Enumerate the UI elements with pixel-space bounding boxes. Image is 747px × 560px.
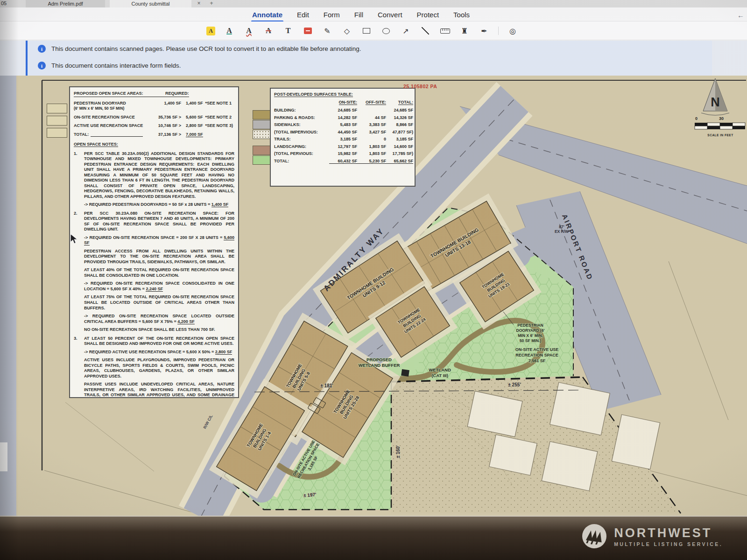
note-1: 1. PER SCC TABLE 30.23A.050(2) ADDITIONA… xyxy=(74,151,234,208)
svg-text:EX R/W: EX R/W xyxy=(555,229,569,234)
permit-stamp: 25 105802 PA xyxy=(403,84,437,89)
dim-160: ± 160' xyxy=(395,445,401,458)
table-row: (TOTAL PERVIOUS:15,982 SF1,803 SF17,785 … xyxy=(274,151,411,156)
svg-text:30: 30 xyxy=(719,116,724,121)
table-row: LANDSCAPING:12,797 SF1,803 SF14,600 SF xyxy=(274,144,411,149)
surfaces-panel: POST-DEVELOPED SURFACES TABLE: ON-SITE: … xyxy=(270,88,416,187)
monitor-bezel: NORTHWEST MULTIPLE LISTING SERVICE. xyxy=(0,516,747,560)
table-row: BUILDING:24,685 SF24,685 SF xyxy=(274,108,411,112)
svg-text:WETLAND BUFFER: WETLAND BUFFER xyxy=(359,363,400,368)
wetland-label: WETLAND xyxy=(429,367,451,372)
legend-trail-swatch xyxy=(253,146,272,155)
table-row: ON-SITE RECREATION SPACE 35,736 SF > 5,6… xyxy=(74,115,234,120)
table-row-total: TOTAL:60,432 SF5,230 SF65,662 SF xyxy=(274,159,411,164)
legend-swatch xyxy=(47,116,67,126)
table-row: PARKING & ROADS:14,282 SF44 SF14,326 SF xyxy=(274,115,411,120)
wetland-marker xyxy=(401,369,409,377)
svg-text:DOORYARD (6': DOORYARD (6' xyxy=(516,328,544,333)
open-space-panel: PROPOSED OPEN SPACE AREAS: REQUIRED: PED… xyxy=(69,86,239,398)
app-window: 05 Adm Prelim.pdf County submittal × + A… xyxy=(0,0,747,560)
legend-swatch xyxy=(47,104,67,113)
open-space-title: PROPOSED OPEN SPACE AREAS: xyxy=(74,91,165,97)
surfaces-title: POST-DEVELOPED SURFACES TABLE: xyxy=(274,92,353,97)
dim-181: ± 181' xyxy=(320,383,333,388)
svg-text:7,561 SF: 7,561 SF xyxy=(529,358,546,363)
surfaces-legend-swatches xyxy=(253,110,272,165)
table-row: (TOTAL IMPERVIOUS:44,450 SF3,427 SF47,87… xyxy=(274,130,411,134)
legend-swatch xyxy=(47,128,67,138)
mouse-cursor xyxy=(69,233,79,245)
legend-sidewalk-swatch xyxy=(253,130,272,139)
svg-text:(CAT III): (CAT III) xyxy=(431,373,448,378)
open-space-legend-swatches xyxy=(47,104,67,138)
svg-text:SCALE IN FEET: SCALE IN FEET xyxy=(707,133,733,137)
legend-landscaping-swatch xyxy=(253,155,272,165)
table-row: TRAILS:3,185 SF03,185 SF xyxy=(274,137,411,141)
nwmls-logo-icon xyxy=(581,523,607,549)
note-3: 3. AT LEAST 50 PERCENT OF THE ON-SITE RE… xyxy=(74,336,234,398)
svg-text:RECREATION SPACE: RECREATION SPACE xyxy=(515,353,558,357)
watermark-name: NORTHWEST xyxy=(614,526,723,540)
watermark-tagline: MULTIPLE LISTING SERVICE. xyxy=(614,541,723,547)
dooryard-callout: PEDESTRIAN xyxy=(517,323,543,328)
dim-255: ± 255' xyxy=(508,382,521,387)
svg-text:N: N xyxy=(711,95,720,109)
legend-building-swatch xyxy=(253,110,272,119)
table-row: ACTIVE USE RECREATION SPACE 10,746 SF > … xyxy=(74,123,234,129)
recreation-7561-label: ON-SITE ACTIVE USE xyxy=(515,347,559,352)
note-2: 2. PER SCC 30.23A.080 ON-SITE RECREATION… xyxy=(74,211,234,333)
required-header: REQUIRED: xyxy=(165,91,189,97)
wetland-buffer-label: PROPOSED xyxy=(366,357,392,362)
legend-parking-swatch xyxy=(253,120,272,129)
svg-text:50 SF MIN.): 50 SF MIN.) xyxy=(520,338,541,343)
table-row-total: TOTAL: 37,136 SF > 7,000 SF xyxy=(74,132,234,138)
dim-197: ± 197' xyxy=(303,492,317,498)
nwmls-watermark: NORTHWEST MULTIPLE LISTING SERVICE. xyxy=(581,523,723,549)
notes-title: OPEN SPACE NOTES: xyxy=(74,142,118,147)
table-row: PEDESTRIAN DOORYARD(6' MIN x 6' MIN, 50 … xyxy=(74,101,234,112)
table-row: SIDEWALKS:5,483 SF3,383 SF8,866 SF xyxy=(274,122,411,127)
svg-text:0: 0 xyxy=(695,116,698,121)
ex-rw-label: 87' xyxy=(559,224,564,229)
svg-text:MIN X 6' MIN,: MIN X 6' MIN, xyxy=(518,333,543,338)
